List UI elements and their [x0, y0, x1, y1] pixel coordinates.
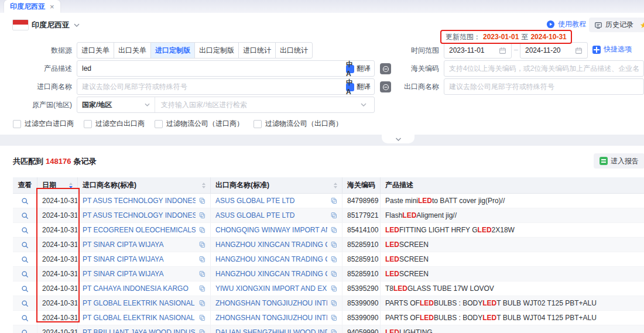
copy-icon[interactable] — [198, 300, 205, 307]
copy-button[interactable] — [198, 270, 205, 277]
header-exporter[interactable]: 出口商名称(标准) — [211, 177, 342, 193]
copy-icon[interactable] — [330, 285, 337, 292]
datasource-tab[interactable]: 进口关单 — [77, 42, 114, 59]
tutorial-link[interactable]: 使用教程 — [546, 19, 586, 29]
copy-icon[interactable] — [198, 241, 205, 248]
view-cell[interactable] — [13, 267, 37, 281]
collapse-panel-button[interactable] — [382, 135, 415, 143]
origin-input[interactable]: 国家/地区 支持输入国家/地区进行检索 — [77, 97, 375, 113]
importer-link[interactable]: PT GLOBAL ELEKTRIK NASIONAL — [83, 314, 196, 322]
exporter-link[interactable]: CHONGQING WINWAY IMPORT AND E... — [215, 226, 327, 234]
magnifier-icon[interactable] — [21, 241, 29, 249]
exporter-link[interactable]: ASUS GLOBAL PTE LTD — [215, 197, 327, 205]
copy-button[interactable] — [330, 329, 337, 333]
exporter-link[interactable]: ZHONGSHAN TONGJIUZHOU INTERNA... — [215, 299, 327, 307]
header-importer[interactable]: 进口商名称(标准) — [78, 177, 211, 193]
copy-icon[interactable] — [330, 256, 337, 263]
copy-button[interactable] — [198, 212, 205, 219]
copy-icon[interactable] — [198, 285, 205, 292]
tab-indonesia[interactable]: 印度尼西亚 × — [4, 0, 60, 13]
importer-link[interactable]: PT CAHAYA INDONESIA KARGO — [83, 284, 196, 293]
exporter-input[interactable] — [444, 78, 644, 95]
magnifier-icon[interactable] — [21, 314, 29, 322]
close-icon[interactable]: × — [50, 3, 54, 11]
copy-button[interactable] — [198, 329, 205, 333]
view-cell[interactable] — [13, 311, 37, 325]
copy-icon[interactable] — [198, 256, 205, 263]
importer-link[interactable]: PT SINAR CIPTA WIJAYA — [83, 255, 196, 263]
copy-icon[interactable] — [330, 212, 337, 219]
copy-icon[interactable] — [198, 329, 205, 333]
sort-icon[interactable] — [202, 183, 205, 188]
copy-icon[interactable] — [330, 197, 337, 204]
importer-link[interactable]: PT SINAR CIPTA WIJAYA — [83, 241, 196, 249]
chevron-down-icon[interactable] — [74, 23, 80, 27]
importer-link[interactable]: PT ECOGREEN OLEOCHEMICALS — [83, 226, 196, 234]
magnifier-icon[interactable] — [21, 256, 29, 263]
exporter-link[interactable]: HANGZHOU XINGCAN TRADING CO LTD — [215, 255, 327, 263]
origin-selector[interactable]: 国家/地区 — [77, 97, 155, 112]
checkbox-icon[interactable] — [84, 120, 92, 128]
copy-icon[interactable] — [198, 226, 205, 234]
copy-button[interactable] — [198, 300, 205, 307]
importer-link[interactable]: PT GLOBAL ELEKTRIK NASIONAL — [83, 299, 196, 307]
enter-report-button[interactable]: 进入报告 — [594, 153, 644, 169]
copy-button[interactable] — [330, 226, 337, 234]
filter-checkbox[interactable]: 过滤物流公司（进口商） — [155, 119, 244, 129]
copy-button[interactable] — [198, 256, 205, 263]
datasource-tab[interactable]: 出口关单 — [114, 42, 151, 59]
view-cell[interactable] — [13, 281, 37, 296]
view-cell[interactable] — [13, 194, 37, 208]
view-cell[interactable] — [13, 238, 37, 252]
copy-button[interactable] — [198, 241, 205, 248]
copy-icon[interactable] — [198, 314, 205, 321]
magnifier-icon[interactable] — [21, 212, 29, 219]
copy-button[interactable] — [198, 285, 205, 292]
view-cell[interactable] — [13, 325, 37, 333]
copy-button[interactable] — [330, 212, 337, 219]
copy-button[interactable] — [330, 256, 337, 263]
filter-checkbox[interactable]: 过滤空白出口商 — [84, 119, 145, 129]
copy-icon[interactable] — [198, 270, 205, 277]
magnifier-icon[interactable] — [21, 270, 29, 278]
filter-checkbox[interactable]: 过滤空白进口商 — [13, 119, 74, 129]
copy-button[interactable] — [198, 226, 205, 234]
exporter-link[interactable]: HANGZHOU XINGCAN TRADING CO LTD — [215, 270, 327, 278]
copy-icon[interactable] — [198, 197, 205, 204]
favorite-button[interactable]: ★ — [636, 18, 644, 32]
product-desc-input[interactable] — [77, 60, 375, 77]
copy-button[interactable] — [330, 270, 337, 277]
copy-icon[interactable] — [330, 300, 337, 307]
magnifier-icon[interactable] — [21, 285, 29, 293]
quick-options-link[interactable]: 快捷选项 — [592, 44, 632, 54]
checkbox-icon[interactable] — [254, 120, 262, 128]
importer-input[interactable] — [77, 78, 375, 95]
country-selector[interactable]: 印度尼西亚 — [32, 20, 70, 30]
exporter-link[interactable]: YIWU XIONGXIN IMPORT AND EXPORT... — [215, 284, 327, 293]
datasource-tab[interactable]: 进口定制版 — [150, 42, 195, 59]
datasource-tab[interactable]: 出口统计 — [275, 42, 313, 59]
importer-link[interactable]: PT BRILLIANT JAYA WOOD INDUSTRY — [83, 328, 196, 333]
copy-icon[interactable] — [330, 329, 337, 333]
exporter-link[interactable]: HANGZHOU XINGCAN TRADING CO LTD — [215, 241, 327, 249]
magnifier-icon[interactable] — [21, 329, 29, 333]
copy-icon[interactable] — [330, 241, 337, 248]
header-date[interactable]: 日期 — [37, 177, 78, 193]
copy-icon[interactable] — [330, 314, 337, 321]
start-date-input[interactable]: 2023-11-01 — [444, 42, 512, 59]
copy-button[interactable] — [330, 197, 337, 204]
datasource-tab[interactable]: 进口统计 — [238, 42, 276, 59]
history-button[interactable]: 历史记录 — [589, 18, 639, 32]
hs-code-input[interactable] — [444, 60, 644, 77]
copy-icon[interactable] — [198, 212, 205, 219]
copy-button[interactable] — [198, 197, 205, 204]
sort-icon[interactable] — [334, 183, 337, 188]
filter-checkbox[interactable]: 过滤物流公司（出口商） — [254, 119, 342, 129]
copy-button[interactable] — [330, 285, 337, 292]
checkbox-icon[interactable] — [155, 120, 163, 128]
view-cell[interactable] — [13, 208, 37, 222]
exporter-link[interactable]: ZHONGSHAN TONGJIUZHOU INTERNA... — [215, 314, 327, 322]
exporter-link[interactable]: DALIAN SHENGZHIHUI WOOD INDUST... — [215, 328, 327, 333]
copy-icon[interactable] — [330, 226, 337, 234]
copy-button[interactable] — [330, 314, 337, 321]
